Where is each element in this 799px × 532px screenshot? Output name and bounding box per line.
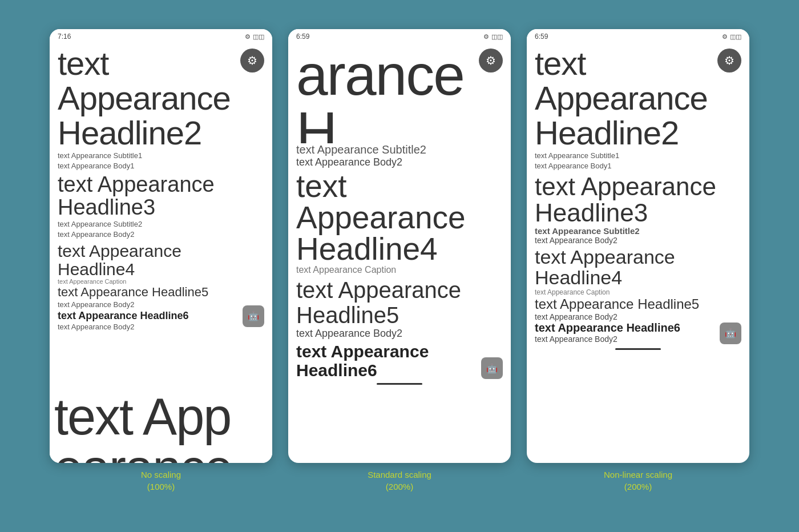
caption-1: text Appearance Caption [58,278,264,285]
body2-3: text Appearance Body2 [535,236,741,245]
status-time-1: 7:16 [58,33,71,41]
body2b-1: text Appearance Body2 [58,300,264,310]
headline5-3: text Appearance Headline5 [535,296,741,312]
caption-3: text Appearance Caption [535,288,741,296]
body2b-3: text Appearance Body2 [535,312,741,321]
status-time-2: 6:59 [296,33,309,41]
overflow-text-1: text App [54,391,264,442]
headline4-2c: Headline4 [296,233,503,265]
headline4-1a: text Appearance [58,242,264,260]
headline-display-1b: Appearance [58,81,232,116]
headline-display-3a: text [535,46,709,81]
status-time-3: 6:59 [535,33,548,41]
subtitle2-2: text Appearance Subtitle2 [296,143,503,156]
body2c-3: text Appearance Body2 [535,334,741,344]
phone-no-scaling: 7:16 ⚙ ◫◫ ⚙ text Appearance Headline2 te… [50,29,272,463]
body2-1: text Appearance Body2 [58,229,264,240]
headline-display-1c: Headline2 [58,116,232,151]
gear-button-1[interactable]: ⚙ [240,49,264,72]
phone-wrapper-nonlinear: 6:59 ⚙ ◫◫ ⚙ text Appearance Headline2 te… [527,29,749,493]
headline4-1b: Headline4 [58,260,264,279]
phone-nonlinear: 6:59 ⚙ ◫◫ ⚙ text Appearance Headline2 te… [527,29,749,463]
overflow-text-2: earance [54,442,232,463]
headline5-2a: text Appearance [296,277,503,303]
bottom-bar-3 [615,348,661,350]
headline3-1a: text Appearance [58,174,264,196]
phone-label-standard: Standard scaling (200%) [368,469,431,493]
android-nav-3[interactable]: 🤖 [720,323,741,344]
headline4-2a: text [296,171,503,202]
headline-display-3b: Appearance [535,81,709,116]
signal-icon-2: ◫◫ [491,33,503,41]
body2-2: text Appearance Body2 [296,156,503,168]
headline4-3b: Headline4 [535,268,741,288]
gear-status-icon-3: ⚙ [722,33,728,41]
headline6-3: text Appearance Headline6 [535,321,741,334]
headline-display-3c: Headline2 [535,116,709,151]
android-nav-1[interactable]: 🤖 [243,305,264,327]
headline3-1b: Headline3 [58,196,264,219]
headline6-1: text Appearance Headline6 [58,310,264,322]
phone-wrapper-no-scaling: 7:16 ⚙ ◫◫ ⚙ text Appearance Headline2 te… [50,29,272,493]
headline3-3a: text Appearance [535,174,741,200]
headline4-3a: text Appearance [535,247,741,268]
subtitle2-1: text Appearance Subtitle2 [58,219,264,229]
gear-status-icon-2: ⚙ [483,33,489,41]
phone-label-no-scaling: No scaling (100%) [141,469,181,493]
subtitle2-3: text Appearance Subtitle2 [535,226,741,236]
status-icons-1: ⚙ ◫◫ [245,33,264,41]
subtitle1-3: text Appearance Subtitle1 [535,151,741,161]
status-icons-2: ⚙ ◫◫ [483,33,503,41]
bottom-bar-2 [377,383,422,385]
body2c-1: text Appearance Body2 [58,322,264,332]
gear-status-icon-1: ⚙ [245,33,251,41]
phones-container: 7:16 ⚙ ◫◫ ⚙ text Appearance Headline2 te… [50,29,749,493]
body1-3: text Appearance Body1 [535,161,741,171]
headline6-2a: text Appearance [296,342,503,361]
headline6-2b: Headline6 [296,361,503,380]
gear-button-3[interactable]: ⚙ [717,49,741,72]
status-bar-1: 7:16 ⚙ ◫◫ [50,29,272,44]
signal-icon-3: ◫◫ [730,33,741,41]
status-bar-3: 6:59 ⚙ ◫◫ [527,29,749,44]
phone-standard: 6:59 ⚙ ◫◫ ⚙ arance H eadline3 text Appea… [288,29,511,463]
headline5-1: text Appearance Headline5 [58,285,264,300]
status-bar-2: 6:59 ⚙ ◫◫ [288,29,511,44]
body2b-2: text Appearance Body2 [296,328,503,340]
gear-button-2[interactable]: ⚙ [479,49,503,72]
subtitle1-1: text Appearance Subtitle1 [58,151,264,161]
android-nav-2[interactable]: 🤖 [481,357,503,379]
body1-1: text Appearance Body1 [58,161,264,171]
headline5-2b: Headline5 [296,303,503,328]
headline4-2b: Appearance [296,202,503,233]
headline-display-1a: text [58,46,232,81]
headline3-3b: Headline3 [535,200,741,226]
status-icons-3: ⚙ ◫◫ [722,33,741,41]
phone-wrapper-standard: 6:59 ⚙ ◫◫ ⚙ arance H eadline3 text Appea… [288,29,511,493]
signal-icon-1: ◫◫ [253,33,264,41]
phone-label-nonlinear: Non-linear scaling (200%) [604,469,672,493]
headline-crop1-2: arance H [296,46,503,143]
